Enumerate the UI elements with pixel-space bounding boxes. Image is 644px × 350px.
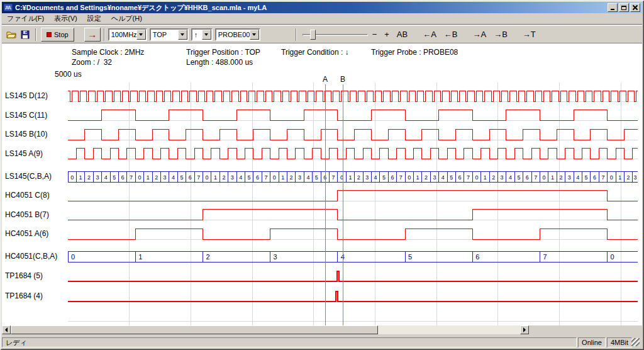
chevron-down-icon [139,33,143,38]
waveform-panel [2,43,642,325]
trigger-position-dropdown[interactable] [178,30,187,40]
save-button[interactable] [18,28,32,41]
statusbar: レディ Online 4MBit [2,337,642,348]
status-message: レディ [2,337,577,347]
run-arrow-icon: → [87,30,97,39]
probe-dropdown[interactable] [250,30,259,40]
menu-help[interactable]: ヘルプ(H) [106,13,147,25]
trigger-position-combo[interactable]: TOP [150,28,189,41]
window-title: C:¥Documents and Settings¥noname¥デスクトップ¥… [15,3,606,13]
time-scale-label: 5000 us [55,70,82,79]
floppy-save-icon [20,30,30,39]
stop-button[interactable]: Stop [41,28,74,42]
zoom-slider[interactable] [303,28,368,41]
trigger-position-text: Trigger Position : TOP [186,48,260,57]
zoom-out-button[interactable]: − [369,28,380,40]
prev-cursor-a-button[interactable]: ←A [419,28,440,40]
sample-rate-combo[interactable]: 100MHz [108,28,147,41]
toolbar-separator [104,28,105,41]
run-button[interactable]: → [84,28,101,42]
trigger-position-value: TOP [151,31,178,38]
sample-rate-value: 100MHz [109,31,136,38]
zoom-in-button[interactable]: + [381,28,392,40]
scrollbar-thumb[interactable] [11,325,378,334]
app-window: C:¥Documents and Settings¥noname¥デスクトップ¥… [0,0,644,350]
minimize-button[interactable] [608,3,618,12]
menu-file[interactable]: ファイル(F) [2,13,49,25]
minimize-icon [611,9,614,10]
chevron-down-icon [180,33,184,38]
titlebar[interactable]: C:¥Documents and Settings¥noname¥デスクトップ¥… [2,2,642,13]
ab-button[interactable]: AB [394,28,411,40]
menubar: ファイル(F) 表示(V) 設定 ヘルプ(H) [2,13,642,25]
resize-grip[interactable] [631,338,640,346]
length-text: Length : 488.000 us [186,58,253,67]
probe-value: PROBE00 [216,31,250,38]
probe-combo[interactable]: PROBE00 [215,28,260,41]
open-file-button[interactable] [4,28,18,41]
toolbar: Stop → 100MHz TOP ↑ PROBE00 − + AB ←A [2,25,642,43]
stop-label: Stop [54,31,69,38]
sample-rate-dropdown[interactable] [136,30,146,40]
trigger-edge-combo[interactable]: ↑ [191,28,213,41]
arrow-left-icon [3,327,8,332]
zoom-text: Zoom : / 32 [72,58,112,67]
trigger-condition-text: Trigger Condition : ↓ [281,48,349,57]
chevron-down-icon [204,33,208,38]
menu-settings[interactable]: 設定 [82,13,106,25]
close-button[interactable] [630,3,640,12]
next-cursor-b-button[interactable]: →B [491,28,511,40]
toolbar-separator [35,28,36,41]
trigger-edge-dropdown[interactable] [202,30,211,40]
close-icon [633,5,638,10]
app-icon [4,3,13,12]
maximize-icon [621,6,626,10]
toolbar-separator [296,28,297,41]
open-folder-icon [6,30,16,39]
prev-cursor-b-button[interactable]: ←B [441,28,461,40]
stop-icon [47,32,52,37]
goto-trigger-button[interactable]: →T [519,28,539,40]
status-memory-badge: 4MBit [607,337,632,347]
trigger-probe-text: Trigger Probe : PROBE08 [371,48,458,57]
sample-clock-text: Sample Clock : 2MHz [72,48,144,57]
zoom-slider-thumb[interactable] [310,30,316,40]
scroll-left-button[interactable] [2,325,11,334]
menu-view[interactable]: 表示(V) [49,13,82,25]
next-cursor-a-button[interactable]: →A [470,28,490,40]
titlebar-buttons [606,3,640,12]
scroll-right-button[interactable] [520,325,529,334]
arrow-right-icon [523,327,528,332]
trigger-edge-value: ↑ [192,31,202,38]
horizontal-scrollbar[interactable] [2,325,529,334]
chevron-down-icon [252,33,256,38]
maximize-button[interactable] [619,3,629,12]
status-online-badge: Online [578,337,606,347]
